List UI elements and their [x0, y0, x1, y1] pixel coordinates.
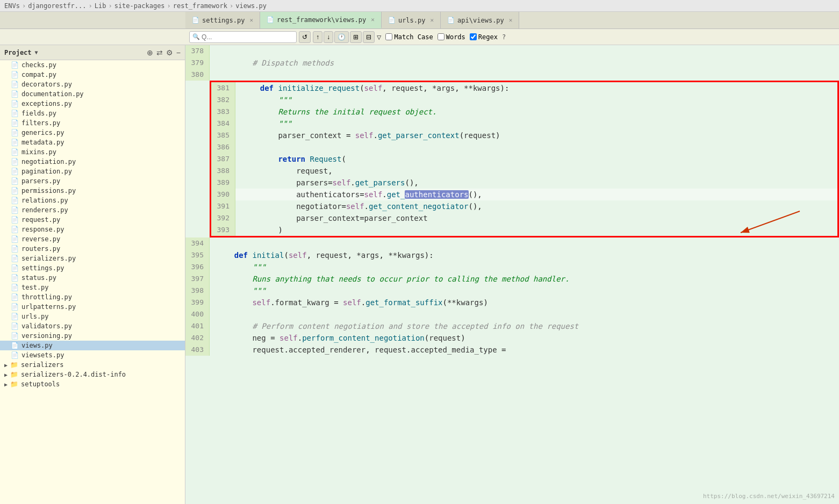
sidebar-file-versioning-py[interactable]: 📄versioning.py [0, 331, 185, 341]
sidebar-file-routers-py[interactable]: 📄routers.py [0, 244, 185, 254]
tab-close-button[interactable]: ✕ [371, 16, 375, 23]
search-bar: 🔍 ↺ ↑ ↓ 🕐 ⊞ ⊟ ▽ Match Case Words Regex ? [0, 29, 839, 45]
breadcrumb-item[interactable]: views.py [235, 2, 267, 10]
breadcrumb-item[interactable]: site-packages [114, 2, 165, 10]
breadcrumb-item[interactable]: djangorestfr... [28, 2, 86, 10]
words-label: Words [446, 33, 465, 41]
file-name: relations.py [21, 197, 68, 204]
sidebar-file-fields-py[interactable]: 📄fields.py [0, 109, 185, 118]
file-icon: 📄 [11, 226, 19, 233]
sidebar-file-metadata-py[interactable]: 📄metadata.py [0, 138, 185, 147]
code-line-389: 389 parsers=self.get_parsers(), [211, 177, 837, 189]
search-history-button[interactable]: 🕐 [334, 31, 349, 43]
tab-settings[interactable]: 📄 settings.py ✕ [185, 12, 260, 28]
search-option2-button[interactable]: ⊟ [363, 31, 375, 43]
code-line-401: 401 # Perform content negotiation and st… [185, 320, 839, 332]
sidebar-add-button[interactable]: ⊕ [147, 48, 153, 57]
sidebar-file-request-py[interactable]: 📄request.py [0, 215, 185, 225]
sidebar-file-status-py[interactable]: 📄status.py [0, 273, 185, 283]
tab-api-views[interactable]: 📄 api\views.py ✕ [441, 12, 519, 28]
tab-close-button[interactable]: ✕ [430, 17, 434, 24]
words-option[interactable]: Words [438, 33, 465, 41]
dropdown-arrow[interactable]: ▼ [35, 49, 38, 55]
tab-bar: 📄 settings.py ✕ 📄 rest_framework\views.p… [0, 12, 839, 29]
folder-arrow-icon: ▶ [4, 362, 8, 368]
sidebar-folder-serializers-0-2-4-dist-info[interactable]: ▶📁serializers-0.2.4.dist-info [0, 370, 185, 379]
sidebar-file-serializers-py[interactable]: 📄serializers.py [0, 254, 185, 263]
file-icon: 📄 [447, 17, 455, 24]
words-checkbox[interactable] [438, 33, 444, 40]
folder-name: serializers [21, 361, 63, 369]
file-name: metadata.py [21, 139, 64, 146]
tab-urls[interactable]: 📄 urls.py ✕ [382, 12, 441, 28]
breadcrumb-item[interactable]: ENVs [4, 2, 20, 10]
sidebar-file-test-py[interactable]: 📄test.py [0, 283, 185, 292]
match-case-checkbox[interactable] [385, 33, 392, 40]
sidebar-file-checks-py[interactable]: 📄checks.py [0, 60, 185, 70]
file-name: test.py [21, 284, 49, 291]
regex-checkbox[interactable] [470, 33, 477, 40]
regex-option[interactable]: Regex [470, 33, 498, 41]
code-line-392: 392 parser_context=parser_context [211, 212, 837, 224]
search-next-button[interactable]: ↓ [324, 31, 333, 43]
search-prev-button[interactable]: ↑ [313, 31, 322, 43]
file-name: settings.py [21, 264, 64, 272]
sidebar-file-urlpatterns-py[interactable]: 📄urlpatterns.py [0, 302, 185, 312]
file-name: viewsets.py [21, 351, 64, 359]
sidebar-file-relations-py[interactable]: 📄relations.py [0, 196, 185, 205]
tab-close-button[interactable]: ✕ [249, 17, 253, 24]
sidebar-file-renderers-py[interactable]: 📄renderers.py [0, 205, 185, 215]
sidebar-file-negotiation-py[interactable]: 📄negotiation.py [0, 157, 185, 167]
sidebar-file-views-py[interactable]: 📄views.py [0, 341, 185, 350]
highlighted-code-block: 381 def initialize_request(self, request… [210, 81, 839, 237]
sidebar-folder-setuptools[interactable]: ▶📁setuptools [0, 379, 185, 389]
sidebar-expand-button[interactable]: ⇄ [156, 48, 163, 57]
sidebar-minimize-button[interactable]: − [176, 48, 181, 57]
sidebar-file-generics-py[interactable]: 📄generics.py [0, 128, 185, 138]
editor-area[interactable]: 378 379 # Dispatch methods 380 [185, 45, 839, 504]
file-name: documentation.py [21, 90, 84, 98]
sidebar-file-parsers-py[interactable]: 📄parsers.py [0, 176, 185, 186]
file-name: serializers.py [21, 255, 76, 262]
tab-close-button[interactable]: ✕ [509, 17, 513, 24]
code-line-394: 394 [185, 237, 839, 249]
sidebar-file-decorators-py[interactable]: 📄decorators.py [0, 80, 185, 89]
code-line-390: 390 authenticators=self.get_authenticato… [211, 189, 837, 200]
sidebar-file-documentation-py[interactable]: 📄documentation.py [0, 89, 185, 99]
file-icon: 📄 [11, 187, 19, 195]
search-refresh-button[interactable]: ↺ [299, 31, 311, 43]
sidebar-file-urls-py[interactable]: 📄urls.py [0, 312, 185, 321]
code-line-386: 386 [211, 141, 837, 153]
sidebar-file-pagination-py[interactable]: 📄pagination.py [0, 167, 185, 176]
sidebar-file-compat-py[interactable]: 📄compat.py [0, 70, 185, 80]
code-line-382: 382 """ [211, 94, 837, 106]
code-line-379: 379 # Dispatch methods [185, 57, 839, 69]
sidebar-file-filters-py[interactable]: 📄filters.py [0, 118, 185, 128]
folder-name: serializers-0.2.4.dist-info [21, 371, 126, 378]
match-case-option[interactable]: Match Case [385, 33, 433, 41]
breadcrumb-item[interactable]: Lib [95, 2, 106, 10]
sidebar-file-validators-py[interactable]: 📄validators.py [0, 321, 185, 331]
tab-rest-framework-views[interactable]: 📄 rest_framework\views.py ✕ [260, 12, 382, 28]
sidebar-folder-serializers[interactable]: ▶📁serializers [0, 360, 185, 370]
search-input[interactable] [202, 33, 288, 41]
sidebar-settings-button[interactable]: ⚙ [166, 48, 173, 57]
file-icon: 📄 [11, 255, 19, 262]
sidebar-file-permissions-py[interactable]: 📄permissions.py [0, 186, 185, 196]
sidebar-file-settings-py[interactable]: 📄settings.py [0, 263, 185, 273]
file-name: validators.py [21, 322, 72, 330]
sidebar-file-mixins-py[interactable]: 📄mixins.py [0, 147, 185, 157]
help-icon[interactable]: ? [502, 33, 506, 41]
sidebar-file-viewsets-py[interactable]: 📄viewsets.py [0, 350, 185, 360]
sidebar-header: Project ▼ ⊕ ⇄ ⚙ − [0, 45, 185, 60]
sidebar-file-exceptions-py[interactable]: 📄exceptions.py [0, 99, 185, 109]
breadcrumb-item[interactable]: rest_framework [173, 2, 227, 10]
sidebar-file-throttling-py[interactable]: 📄throttling.py [0, 292, 185, 302]
filter-icon[interactable]: ▽ [377, 33, 381, 41]
search-options: Match Case Words Regex ? [385, 33, 506, 41]
sidebar-file-response-py[interactable]: 📄response.py [0, 225, 185, 234]
file-name: reverse.py [21, 235, 60, 243]
file-list: 📄checks.py📄compat.py📄decorators.py📄docum… [0, 60, 185, 389]
search-option1-button[interactable]: ⊞ [350, 31, 362, 43]
sidebar-file-reverse-py[interactable]: 📄reverse.py [0, 234, 185, 244]
